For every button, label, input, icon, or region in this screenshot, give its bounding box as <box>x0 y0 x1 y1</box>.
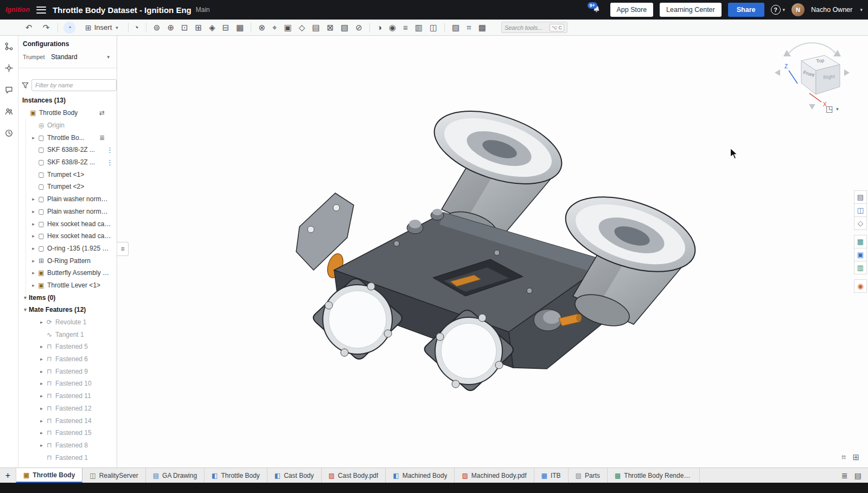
tree-row[interactable]: ▸▢O-ring -135 (1.925 x 0... <box>18 242 117 255</box>
user-menu-chevron-icon[interactable]: ▾ <box>860 7 863 12</box>
tab-machined-body-pdf[interactable]: ▨Machined Body.pdf <box>455 468 534 483</box>
history-icon[interactable] <box>3 127 15 139</box>
company-logo[interactable]: Ignition <box>5 6 30 14</box>
help-menu[interactable]: ? ▾ <box>771 5 786 15</box>
tree-row[interactable]: ▸▢Plain washer normal g... <box>18 193 117 206</box>
expand-arrow-icon[interactable]: ▸ <box>38 319 45 325</box>
expand-arrow-icon[interactable]: ▸ <box>30 135 37 140</box>
tree-row[interactable]: ▸⊓Fastened 14 <box>18 414 117 427</box>
expand-arrow-icon[interactable]: ▸ <box>38 369 45 374</box>
tree-row[interactable]: ∿Tangent 1 <box>18 328 117 341</box>
tree-row[interactable]: ▸▢Hex socket head cap s... <box>18 217 117 230</box>
transform-icon[interactable]: ⊘ <box>355 23 362 31</box>
configurations-icon[interactable]: ▦ <box>854 235 867 248</box>
display-states-icon[interactable]: ▣ <box>854 248 867 261</box>
expand-arrow-icon[interactable]: ▸ <box>30 209 37 214</box>
group-icon[interactable]: ⊚ <box>154 23 161 31</box>
config-value-dropdown[interactable]: Standard ▾ <box>48 51 113 63</box>
tab-manager-icon[interactable]: ▤ <box>854 471 861 480</box>
avatar[interactable]: N <box>792 3 805 16</box>
comment-icon[interactable]: ⌗ <box>467 23 471 31</box>
add-tab-button[interactable]: + <box>0 468 16 483</box>
display-states-icon[interactable]: ⊠ <box>327 23 334 31</box>
mass-properties-icon[interactable]: ≡ <box>403 23 408 31</box>
tab-machined-body[interactable]: ◧Machined Body <box>386 468 455 483</box>
update-assembly-icon[interactable]: ◔ <box>63 22 75 34</box>
tab-cast-body-pdf[interactable]: ▨Cast Body.pdf <box>322 468 386 483</box>
pan-right-arrow-icon[interactable] <box>844 69 850 76</box>
undo-icon[interactable]: ↶ <box>23 23 35 33</box>
expand-arrow-icon[interactable]: ▸ <box>30 221 37 227</box>
tree-row[interactable]: ◎Origin <box>18 119 117 132</box>
expand-arrow-icon[interactable]: ▸ <box>30 283 37 288</box>
replicate-icon[interactable]: ⊗ <box>258 23 265 31</box>
tree-row[interactable]: ▢Trumpet <1> <box>18 168 117 181</box>
snap-mode-icon[interactable]: ⌖ <box>272 23 277 31</box>
expand-arrow-icon[interactable]: ▸ <box>38 393 45 399</box>
tab-throttle-body[interactable]: ▣Throttle Body <box>16 468 82 483</box>
tree-row[interactable]: ▸⊞O-Ring Pattern <box>18 254 117 267</box>
revolute-mate-icon[interactable]: ⊕ <box>167 23 174 31</box>
expand-arrow-icon[interactable]: ▸ <box>30 196 37 202</box>
expand-arrow-icon[interactable]: ▾ <box>22 307 29 312</box>
expand-arrow-icon[interactable]: ▸ <box>30 258 37 264</box>
expand-arrow-icon[interactable]: ▸ <box>30 246 37 251</box>
grid-settings-icon[interactable]: ⌗ <box>841 452 846 462</box>
tree-row[interactable]: ▸⊓Fastened 15 <box>18 427 117 439</box>
tab-throttle-body-renderin-[interactable]: ▩Throttle Body Renderin... <box>608 468 700 483</box>
notifications-button[interactable]: 9+ <box>592 4 604 15</box>
app-store-button[interactable]: App Store <box>610 3 654 17</box>
drawing-icon[interactable]: ◫ <box>430 23 437 31</box>
panel-resize-handle[interactable]: ≡ <box>117 242 129 256</box>
tab-itb[interactable]: ▦ITB <box>534 468 569 483</box>
tree-row[interactable]: ▸▢Hex socket head cap s... <box>18 230 117 242</box>
expand-arrow-icon[interactable]: ▸ <box>38 418 45 424</box>
insert-button[interactable]: ⊞ Insert ▾ <box>81 22 123 34</box>
measure-icon[interactable]: ◉ <box>389 23 396 31</box>
tree-row[interactable]: ▸▣Butterfly Assembly <1> <box>18 267 117 279</box>
search-tools-box[interactable]: Search tools... ⌥ C <box>501 22 567 33</box>
throttle-body-model[interactable] <box>117 36 868 468</box>
tree-row[interactable]: ▢Trumpet <2> <box>18 181 117 193</box>
mirror-icon[interactable]: ▦ <box>236 23 244 31</box>
expand-arrow-icon[interactable]: ▸ <box>30 233 37 239</box>
tree-row[interactable]: ▸⊓Fastened 11 <box>18 390 117 402</box>
expand-arrow-icon[interactable]: ▸ <box>38 344 45 349</box>
mate-icon[interactable]: ◔ <box>134 23 139 31</box>
feature-list-icon[interactable]: ▤ <box>854 190 867 204</box>
view-options-menu[interactable]: ◳ ▾ <box>826 104 839 114</box>
help-lifesaver-icon[interactable]: ◉ <box>854 279 867 293</box>
tree-row[interactable]: ▸⊓Fastened 8 <box>18 439 117 452</box>
explode-icon[interactable]: ▣ <box>284 23 292 31</box>
tree-row[interactable]: ▸⊓Fastened 6 <box>18 353 117 366</box>
tree-row[interactable]: ▸▢Throttle Bo...≣ <box>18 131 117 144</box>
expand-arrow-icon[interactable]: ▸ <box>38 443 45 448</box>
dots-icon[interactable]: ⋮ <box>106 146 113 154</box>
tab-realityserver[interactable]: ◫RealityServer <box>82 468 145 483</box>
sync-icon[interactable]: ⇄ <box>99 109 105 117</box>
view-modes-icon[interactable]: ⊞ <box>852 452 859 462</box>
pan-left-arrow-icon[interactable] <box>775 69 780 76</box>
tab-ga-drawing[interactable]: ▤GA Drawing <box>146 468 205 483</box>
tree-section-header[interactable]: ▾Mate Features (12) <box>18 304 117 316</box>
tree-section-header[interactable]: ▾Items (0) <box>18 291 117 304</box>
workspace-label[interactable]: Main <box>196 6 210 14</box>
versions-icon[interactable]: ◇ <box>854 216 867 230</box>
tree-row[interactable]: ▸▣Throttle Lever <1> <box>18 279 117 292</box>
collaborators-icon[interactable] <box>3 105 15 117</box>
tab-cast-body[interactable]: ◧Cast Body <box>267 468 322 483</box>
expand-arrow-icon[interactable]: ▸ <box>38 430 45 436</box>
tree-row[interactable]: ▸⟳Revolute 1 <box>18 316 117 329</box>
bom-icon[interactable]: ▥ <box>854 261 867 274</box>
list-icon[interactable]: ≣ <box>99 134 105 142</box>
tree-row[interactable]: ▸⊓Fastened 10 <box>18 377 117 390</box>
versions-graph-icon[interactable] <box>3 40 15 52</box>
expand-arrow-icon[interactable]: ▸ <box>38 356 45 362</box>
filter-icon[interactable] <box>22 81 29 89</box>
filter-input[interactable] <box>31 79 117 91</box>
tree-row[interactable]: ▸⊓Fastened 12 <box>18 402 117 415</box>
tree-row[interactable]: ⊓Fastened 1 <box>18 451 117 464</box>
circular-pattern-icon[interactable]: ◈ <box>209 23 215 31</box>
pattern-icon[interactable]: ⊟ <box>222 23 229 31</box>
linear-pattern-icon[interactable]: ⊞ <box>195 23 202 31</box>
